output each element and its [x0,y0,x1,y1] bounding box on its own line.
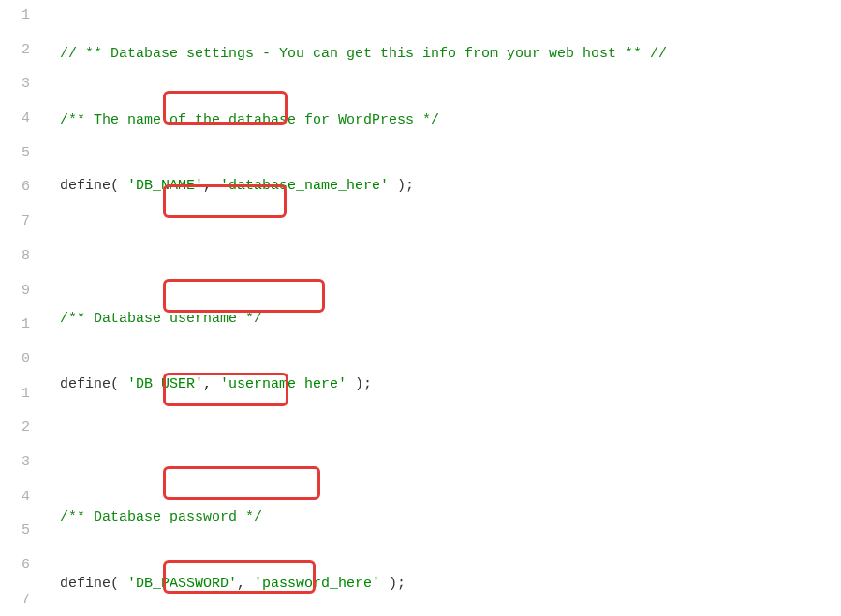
punct: , [237,576,254,592]
string-literal: 'DB_USER' [127,376,203,392]
string-literal: 'password_here' [254,576,380,592]
line-number: 8 [0,246,30,281]
code-line: // ** Database settings - You can get th… [60,37,841,72]
punct: , [203,376,220,392]
punct: ); [389,178,414,194]
function-name: define [60,178,111,194]
comment: /** Database username */ [60,311,262,327]
comment: /** Database password */ [60,509,262,525]
line-number: 1 [0,6,30,40]
line-number: 2 [0,418,30,452]
code-line [60,236,841,271]
code-editor: 1 2 3 4 5 6 7 8 9 1 0 1 2 3 4 5 6 7 8 //… [0,0,841,616]
code-line [60,434,841,469]
code-line: /** The name of the database for WordPre… [60,104,841,139]
string-literal: 'database_name_here' [220,178,389,194]
string-literal: 'username_here' [220,376,347,392]
line-number: 7 [0,212,30,246]
code-content: // ** Database settings - You can get th… [41,0,841,616]
punct: ); [347,376,372,392]
code-line: define( 'DB_USER', 'username_here' ); [60,368,841,403]
line-number: 4 [0,109,30,143]
function-name: define [60,576,111,592]
comment: // ** Database settings - You can get th… [60,46,667,62]
line-number: 2 [0,40,30,75]
line-number: 4 [0,487,30,521]
line-number-gutter: 1 2 3 4 5 6 7 8 9 1 0 1 2 3 4 5 6 7 8 [0,0,41,616]
line-number: 1 [0,315,30,349]
punct: ( [111,376,127,392]
punct: ( [111,178,127,194]
line-number: 5 [0,143,30,178]
punct: ( [111,576,127,592]
code-line: /** Database username */ [60,302,841,337]
line-number: 1 [0,384,30,418]
punct: , [203,178,220,194]
line-number: 0 [0,349,30,384]
line-number: 3 [0,452,30,487]
code-line: /** Database password */ [60,501,841,535]
punct: ); [380,576,406,592]
function-name: define [60,376,111,392]
line-number: 7 [0,590,30,616]
line-number: 9 [0,281,30,315]
string-literal: 'DB_NAME' [127,178,203,194]
comment: /** The name of the database for WordPre… [60,112,439,128]
line-number: 3 [0,74,30,109]
line-number: 6 [0,177,30,212]
code-line: define( 'DB_PASSWORD', 'password_here' )… [60,567,841,602]
line-number: 6 [0,555,30,590]
line-number: 5 [0,521,30,555]
string-literal: 'DB_PASSWORD' [127,576,237,592]
db-charset-highlight [163,466,320,500]
code-line: define( 'DB_NAME', 'database_name_here' … [60,169,841,204]
